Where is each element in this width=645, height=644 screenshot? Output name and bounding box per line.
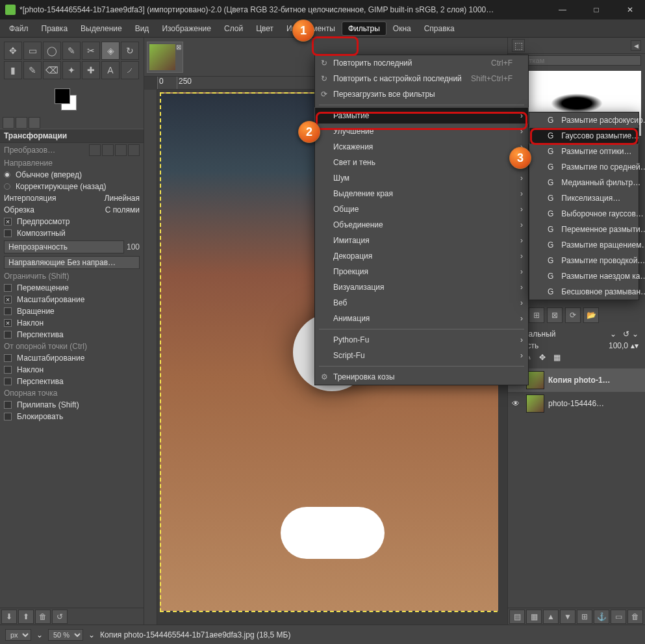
- transform-target-layer[interactable]: [89, 144, 101, 156]
- menu-item-тренировка-козы[interactable]: ⚙Тренировка козы: [315, 369, 528, 385]
- menu-фильтры[interactable]: Фильтры: [342, 21, 386, 36]
- menu-item-script-fu[interactable]: Script-Fu›: [315, 348, 528, 363]
- del-brush-button[interactable]: ⟳: [565, 307, 581, 323]
- submenu-item-выборочное-гауссов-[interactable]: GВыборочное гауссов…: [529, 206, 639, 222]
- save-preset-button[interactable]: ⬇: [1, 610, 17, 624]
- submenu-item-пикселизация-[interactable]: GПикселизация…: [529, 190, 639, 206]
- menu-item-свет-и-тень[interactable]: Свет и тень›: [315, 155, 528, 170]
- tool-unified-transform[interactable]: ◈: [101, 42, 120, 60]
- lock-position-icon[interactable]: ✥: [539, 353, 551, 365]
- tool-pencil[interactable]: ✎: [23, 61, 42, 79]
- transform-target-selection[interactable]: [102, 144, 114, 156]
- menu-item-искажения[interactable]: Искажения›: [315, 139, 528, 155]
- menu-правка[interactable]: Правка: [35, 21, 75, 36]
- layer-name[interactable]: photo-154446…: [548, 399, 604, 408]
- color-swatches[interactable]: [4, 87, 140, 113]
- submenu-item-гауссово-размытие-[interactable]: GГауссово размытие…: [529, 127, 639, 144]
- menu-item-декорация[interactable]: Декорация›: [315, 248, 528, 264]
- submenu-item-бесшовное-размыван-[interactable]: GБесшовное размыван…: [529, 284, 639, 300]
- new-brush-button[interactable]: ⊞: [529, 307, 544, 323]
- menu-цвет[interactable]: Цвет: [249, 21, 280, 36]
- close-icon[interactable]: ⊠: [176, 44, 181, 51]
- a-lock-check[interactable]: [4, 413, 12, 420]
- fg-color[interactable]: [55, 88, 70, 104]
- submenu-item-переменное-размыти-[interactable]: GПеременное размыти…: [529, 222, 639, 237]
- c-persp-check[interactable]: [4, 331, 12, 339]
- menu-item-размытие[interactable]: Размытие›: [314, 107, 529, 124]
- c-move-check[interactable]: [4, 284, 12, 292]
- submenu-item-размытие-по-средней-[interactable]: GРазмытие по средней…: [529, 159, 639, 175]
- tool-bucket[interactable]: ▮: [4, 61, 22, 79]
- tool-path[interactable]: ⟋: [121, 61, 139, 79]
- p-shear-check[interactable]: [4, 366, 12, 374]
- dup-layer-button[interactable]: ⊞: [577, 610, 592, 624]
- crop-value[interactable]: С полями: [105, 205, 140, 214]
- tool-heal[interactable]: ✚: [82, 61, 100, 79]
- delete-layer-button[interactable]: 🗑: [627, 610, 643, 624]
- menu-item-проекция[interactable]: Проекция›: [315, 264, 528, 279]
- composite-check[interactable]: [4, 229, 12, 237]
- menu-окна[interactable]: Окна: [386, 21, 418, 36]
- menu-item-python-fu[interactable]: Python-Fu›: [315, 332, 528, 348]
- reset-mode-icon[interactable]: ↺: [623, 329, 629, 339]
- brushes-tab[interactable]: ⬚: [512, 39, 525, 52]
- interpolation-value[interactable]: Линейная: [105, 194, 140, 203]
- submenu-item-размытие-наездом-ка-[interactable]: GРазмытие наездом ка…: [529, 268, 639, 284]
- dup-brush-button[interactable]: ⊠: [547, 307, 563, 323]
- lower-layer-button[interactable]: ▼: [560, 610, 575, 624]
- menu-item-выделение-края[interactable]: Выделение края›: [315, 186, 528, 201]
- direction-normal-radio[interactable]: [4, 172, 10, 178]
- c-scale-check[interactable]: [4, 296, 12, 303]
- tab-images[interactable]: [29, 117, 40, 129]
- menu-справка[interactable]: Справка: [418, 21, 461, 36]
- tool-move[interactable]: ✥: [4, 42, 22, 60]
- layer-opacity-value[interactable]: 100,0: [609, 341, 628, 350]
- tool-text[interactable]: A: [101, 61, 120, 79]
- reset-button[interactable]: ↺: [52, 610, 68, 624]
- delete-preset-button[interactable]: 🗑: [35, 610, 51, 624]
- maximize-button[interactable]: □: [581, 0, 611, 19]
- menu-вид[interactable]: Вид: [129, 21, 156, 36]
- menu-item-улучшение[interactable]: Улучшение›: [315, 123, 528, 139]
- new-group-button[interactable]: ▦: [526, 610, 542, 624]
- tab-tool-options[interactable]: [3, 117, 14, 129]
- c-rotate-check[interactable]: [4, 307, 12, 315]
- direction-corrective-radio[interactable]: [4, 183, 10, 190]
- submenu-item-размытие-оптики-[interactable]: GРазмытие оптики…: [529, 144, 639, 159]
- menu-item-визуализация[interactable]: Визуализация›: [315, 279, 528, 295]
- restore-preset-button[interactable]: ⬆: [18, 610, 34, 624]
- tool-fuzzy[interactable]: ✎: [62, 42, 81, 60]
- a-snap-check[interactable]: [4, 401, 12, 409]
- merge-layer-button[interactable]: ⚓: [594, 610, 609, 624]
- submenu-item-размытие-расфокусир-[interactable]: GРазмытие расфокусир…: [529, 112, 639, 128]
- menu-выделение[interactable]: Выделение: [74, 21, 129, 36]
- p-scale-check[interactable]: [4, 354, 12, 362]
- submenu-item-размытие-вращением-[interactable]: GРазмытие вращением…: [529, 237, 639, 253]
- configure-tab-icon[interactable]: ◂: [631, 40, 641, 51]
- layer-row[interactable]: 👁 photo-154446…: [508, 392, 645, 415]
- tool-crop[interactable]: ✂: [82, 42, 100, 60]
- transform-target-path[interactable]: [115, 144, 127, 156]
- lock-alpha-icon[interactable]: ▦: [553, 353, 565, 365]
- menu-item-имитация[interactable]: Имитация›: [315, 233, 528, 248]
- menu-item-анимация[interactable]: Анимация›: [315, 311, 528, 326]
- tool-clone[interactable]: ✦: [62, 61, 81, 79]
- menu-item-веб[interactable]: Веб›: [315, 295, 528, 311]
- refresh-brush-button[interactable]: 📂: [583, 307, 599, 323]
- image-tab-1[interactable]: ⊠: [147, 42, 183, 73]
- preview-check[interactable]: [4, 218, 12, 225]
- tool-free-select[interactable]: ◯: [43, 42, 61, 60]
- opacity-slider[interactable]: Непрозрачность: [4, 240, 124, 253]
- guides-button[interactable]: Направляющие Без направ…: [4, 256, 140, 269]
- tab-device[interactable]: [16, 117, 27, 129]
- tool-rotate[interactable]: ↻: [121, 42, 139, 60]
- submenu-item-медианный-фильтр-[interactable]: GМедианный фильтр…: [529, 175, 639, 190]
- menu-item-перезагрузить-все-фильтры[interactable]: ⟳Перезагрузить все фильтры: [315, 86, 528, 102]
- zoom-select[interactable]: 50 %: [48, 629, 83, 641]
- search-brushes[interactable]: [512, 55, 641, 66]
- tool-eraser[interactable]: ⌫: [43, 61, 61, 79]
- visibility-icon[interactable]: 👁: [512, 399, 522, 408]
- menu-item-шум[interactable]: Шум›: [315, 170, 528, 186]
- new-layer-button[interactable]: ▤: [509, 610, 525, 624]
- close-button[interactable]: ✕: [615, 0, 645, 19]
